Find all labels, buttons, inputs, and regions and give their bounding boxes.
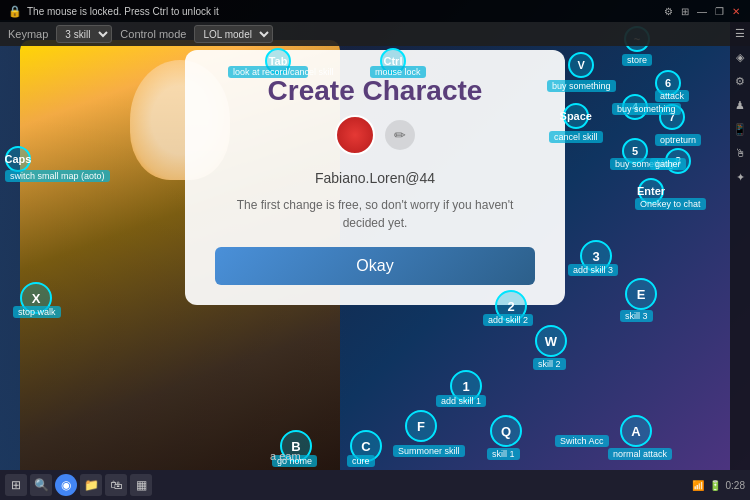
taskbar-folder[interactable]: 📁	[80, 474, 102, 496]
dialog-description: The first change is free, so don't worry…	[215, 196, 535, 232]
a-key-label: A	[620, 415, 652, 447]
keymap-bar: Keymap 3 skill Control mode LOL model	[0, 22, 750, 46]
taskbar: ⊞ 🔍 ◉ 📁 🛍 ▦ 📶 🔋 0:28	[0, 470, 750, 500]
right-sidebar: ☰ ◈ ⚙ ♟ 📱 🖱 ✦	[730, 22, 750, 500]
minimize-btn[interactable]: —	[695, 6, 709, 17]
maximize-btn[interactable]: ❐	[713, 6, 726, 17]
normal-attack-label: normal attack	[608, 448, 672, 460]
cure-label: cure	[347, 455, 375, 467]
time-display: 0:28	[726, 480, 745, 491]
okay-button[interactable]: Okay	[215, 247, 535, 285]
dialog-title: Create Characte	[215, 75, 535, 107]
mouse-lock-tag: mouse lock	[370, 66, 426, 78]
lock-icon: 🔒	[8, 5, 22, 18]
v-key-circle[interactable]: V	[568, 52, 594, 78]
store-tag: store	[622, 54, 652, 66]
add-skill3-tag: add skill 3	[568, 264, 618, 276]
taskbar-start[interactable]: ⊞	[5, 474, 27, 496]
taskbar-app[interactable]: ▦	[130, 474, 152, 496]
v-key-tag: buy something	[547, 80, 616, 92]
sidebar-icon-3[interactable]: ⚙	[732, 75, 748, 91]
space-key-circle[interactable]: Space	[563, 103, 589, 129]
taskbar-right: 📶 🔋 0:28	[692, 480, 745, 491]
lock-message-area: 🔒 The mouse is locked. Press Ctrl to unl…	[8, 5, 219, 18]
control-label: Control mode	[120, 28, 186, 40]
avatar-area: ✏	[215, 115, 535, 155]
skill3-label: skill 3	[620, 310, 653, 322]
top-bar: 🔒 The mouse is locked. Press Ctrl to unl…	[0, 0, 750, 22]
v-key-label: V buy something	[547, 52, 616, 92]
f-key-circle[interactable]: F	[405, 410, 437, 442]
control-select[interactable]: LOL model	[194, 25, 273, 43]
e-key-label: E	[625, 278, 657, 310]
taskbar-chrome[interactable]: ◉	[55, 474, 77, 496]
sidebar-icon-6[interactable]: 🖱	[732, 147, 748, 163]
switch-acc-label: Switch Acc	[555, 435, 609, 447]
gather-key-label: gather	[650, 158, 686, 170]
add-skill2-tag: add skill 2	[483, 314, 533, 326]
taskbar-search[interactable]: 🔍	[30, 474, 52, 496]
space-key-label: Space cancel skill	[549, 103, 603, 143]
create-character-dialog: Create Characte ✏ Fabiano.Loren@44 The f…	[185, 50, 565, 305]
dialog-email: Fabiano.Loren@44	[215, 170, 535, 186]
add-skill1-label: add skill 1	[436, 395, 486, 407]
skill2-tag: skill 2	[533, 358, 566, 370]
buy1-tag: buy something	[612, 103, 681, 115]
window-controls: ⚙ ⊞ — ❐ ✕	[662, 6, 742, 17]
summoner-skill-tag: Summoner skill	[393, 445, 465, 457]
gather-tag: gather	[650, 158, 686, 170]
lock-text: The mouse is locked. Press Ctrl to unloc…	[27, 6, 219, 17]
add-skill1-tag: add skill 1	[436, 395, 486, 407]
cancel-skill-tag: cancel skill	[549, 131, 603, 143]
f-key-label: F	[405, 410, 437, 442]
q-key-label: Q	[490, 415, 522, 447]
optreturn-tag: optreturn	[655, 134, 701, 146]
look-record-label: look at record/cancel skill	[228, 66, 308, 78]
close-btn[interactable]: ✕	[730, 6, 742, 17]
edit-avatar-icon[interactable]: ✏	[385, 120, 415, 150]
taskbar-store[interactable]: 🛍	[105, 474, 127, 496]
attack-tag: attack	[655, 90, 689, 102]
onekey-chat-label: Onekey to chat	[635, 198, 706, 210]
settings-icon-btn[interactable]: ⚙	[662, 6, 675, 17]
skill3-tag: skill 3	[620, 310, 653, 322]
sidebar-icon-5[interactable]: 📱	[732, 123, 748, 139]
e-key-circle[interactable]: E	[625, 278, 657, 310]
buy1-key-label: buy something	[612, 103, 681, 115]
skill1-label: skill 1	[487, 448, 520, 460]
summoner-skill-label: Summoner skill	[393, 445, 465, 457]
sidebar-icon-1[interactable]: ☰	[732, 27, 748, 43]
keymap-label: Keymap	[8, 28, 48, 40]
switch-small-map-tag: switch small map (aoto)	[5, 170, 110, 182]
q-key-circle[interactable]: Q	[490, 415, 522, 447]
look-record-tag: look at record/cancel skill	[228, 66, 308, 78]
team-label: a eam	[270, 450, 301, 462]
sidebar-icon-4[interactable]: ♟	[732, 99, 748, 115]
cure-tag: cure	[347, 455, 375, 467]
caps-key-circle[interactable]: Caps	[5, 146, 31, 172]
switch-small-map-label: switch small map (aoto)	[5, 170, 110, 182]
avatar[interactable]	[335, 115, 375, 155]
add-skill2-label: add skill 2	[483, 314, 533, 326]
a-key-circle[interactable]: A	[620, 415, 652, 447]
w-key-circle[interactable]: W	[535, 325, 567, 357]
stop-walk-label: stop walk	[13, 306, 61, 318]
network-icon: 📶	[692, 480, 704, 491]
w-key-label: W	[535, 325, 567, 357]
stop-walk-tag: stop walk	[13, 306, 61, 318]
sidebar-icon-2[interactable]: ◈	[732, 51, 748, 67]
keymap-select[interactable]: 3 skill	[56, 25, 112, 43]
switch-acc-tag: Switch Acc	[555, 435, 609, 447]
caps-key-label: Caps	[5, 146, 31, 172]
onekey-tag: Onekey to chat	[635, 198, 706, 210]
add-skill3-label: add skill 3	[568, 264, 618, 276]
battery-icon: 🔋	[709, 480, 721, 491]
skill1-tag: skill 1	[487, 448, 520, 460]
normal-attack-tag: normal attack	[608, 448, 672, 460]
skill2-label: skill 2	[533, 358, 566, 370]
sidebar-icon-7[interactable]: ✦	[732, 171, 748, 187]
grid-icon-btn[interactable]: ⊞	[679, 6, 691, 17]
mouse-lock-label: mouse lock	[370, 66, 426, 78]
